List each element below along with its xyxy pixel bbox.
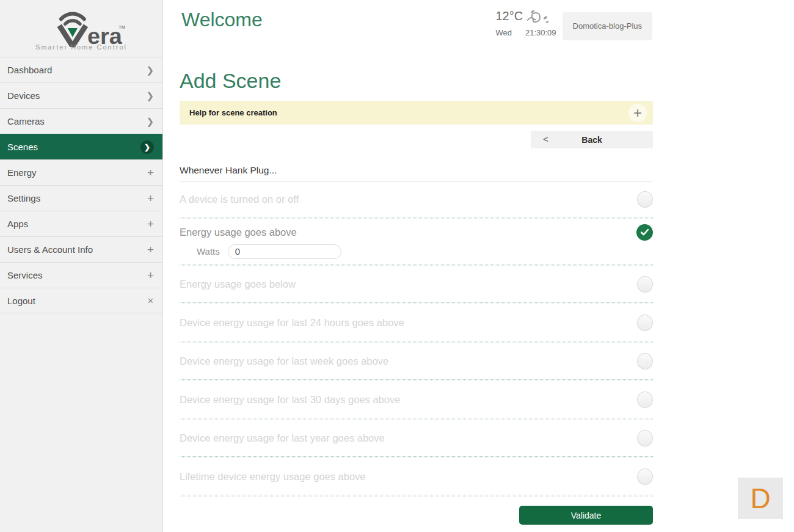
plus-icon: + — [147, 167, 154, 178]
sidebar-item-label: Dashboard — [7, 65, 52, 75]
sidebar-item-logout[interactable]: Logout✕ — [0, 288, 162, 313]
plus-icon: + — [147, 218, 154, 230]
sidebar-item-label: Devices — [7, 90, 40, 101]
radio-button[interactable] — [637, 353, 653, 370]
watermark-badge: D — [738, 478, 783, 519]
trigger-label: Device energy usage for last 24 hours go… — [180, 317, 404, 329]
welcome-title: Welcome — [181, 9, 263, 31]
sidebar-item-users-account-info[interactable]: Users & Account Info+ — [0, 236, 162, 262]
svg-text:TM: TM — [118, 24, 125, 30]
help-banner-label: Help for scene creation — [189, 108, 277, 117]
weather-block: 12°C Wed 21:30:09 — [495, 7, 556, 40]
vera-logo-icon: era TM — [23, 9, 139, 47]
help-expand-plus-icon[interactable]: + — [628, 104, 647, 122]
trigger-row[interactable]: Energy usage goes aboveWatts — [180, 219, 653, 264]
radio-button[interactable] — [637, 191, 653, 208]
close-icon: ✕ — [147, 297, 154, 305]
validate-button[interactable]: Validate — [519, 506, 653, 525]
chevron-right-icon: ❯ — [140, 140, 154, 154]
sidebar-item-label: Settings — [7, 193, 40, 203]
sidebar-item-cameras[interactable]: Cameras❯ — [0, 108, 162, 134]
day-label: Wed — [495, 28, 512, 37]
trigger-label: Device energy usage for last year goes a… — [180, 432, 385, 444]
status-block: 12°C Wed 21:30:09 Domotica-blog-Plus — [495, 7, 652, 40]
trigger-row[interactable]: Device energy usage for last 24 hours go… — [180, 304, 653, 341]
back-button[interactable]: < Back — [531, 131, 653, 148]
radio-button[interactable] — [637, 392, 653, 408]
sidebar-item-label: Cameras — [7, 116, 45, 126]
radio-button[interactable] — [637, 468, 653, 485]
sidebar-item-label: Apps — [7, 219, 28, 229]
trigger-header: Whenever Hank Plug... — [180, 165, 653, 182]
trigger-row[interactable]: Device energy usage for last week goes a… — [180, 343, 653, 379]
sidebar-item-scenes[interactable]: Scenes❯ — [0, 134, 162, 159]
row-divider — [180, 495, 653, 497]
plus-icon: + — [147, 269, 154, 281]
radio-button[interactable] — [637, 276, 653, 293]
sidebar-item-dashboard[interactable]: Dashboard❯ — [0, 57, 162, 82]
trigger-label: Device energy usage for last 30 days goe… — [180, 394, 400, 406]
watts-label: Watts — [197, 246, 220, 257]
sidebar-item-label: Energy — [7, 167, 37, 178]
chevron-left-icon: < — [543, 134, 548, 144]
trigger-row[interactable]: A device is turned on or off — [180, 182, 653, 217]
brand-logo: era TM Smarter Home Control — [0, 0, 162, 57]
sidebar: era TM Smarter Home Control Dashboard❯De… — [0, 0, 163, 532]
sidebar-menu: Dashboard❯Devices❯Cameras❯Scenes❯Energy+… — [0, 57, 162, 313]
page-title: Add Scene — [180, 69, 653, 93]
watts-input[interactable] — [228, 244, 341, 259]
trigger-label: Lifetime device energy usage goes above — [180, 471, 366, 483]
sidebar-item-label: Services — [7, 270, 43, 280]
topbar: Welcome 12°C Wed 21:30:09 Domotica- — [164, 0, 794, 56]
radio-button[interactable] — [637, 430, 653, 446]
chevron-right-icon: ❯ — [146, 91, 154, 100]
sidebar-item-settings[interactable]: Settings+ — [0, 185, 162, 211]
trigger-label: Energy usage goes below — [180, 279, 296, 290]
sidebar-item-energy[interactable]: Energy+ — [0, 159, 162, 185]
content: Add Scene Help for scene creation + < Ba… — [180, 69, 653, 525]
trigger-label: A device is turned on or off — [180, 194, 299, 205]
chevron-right-icon: ❯ — [146, 117, 154, 126]
clock-time: 21:30:09 — [525, 28, 556, 37]
trigger-row[interactable]: Device energy usage for last 30 days goe… — [180, 381, 653, 418]
sidebar-item-label: Logout — [7, 296, 35, 306]
sidebar-item-label: Users & Account Info — [7, 244, 93, 255]
main-area: Welcome 12°C Wed 21:30:09 Domotica- — [164, 0, 794, 532]
plus-icon: + — [147, 244, 154, 255]
radio-selected-check-icon[interactable] — [636, 224, 653, 241]
sidebar-item-devices[interactable]: Devices❯ — [0, 82, 162, 108]
radio-button[interactable] — [637, 315, 653, 331]
trigger-row[interactable]: Lifetime device energy usage goes above — [180, 458, 653, 495]
brand-tagline: Smarter Home Control — [35, 43, 127, 51]
plus-icon: + — [147, 192, 154, 204]
controller-selector[interactable]: Domotica-blog-Plus — [563, 12, 652, 40]
help-banner: Help for scene creation + — [180, 101, 653, 125]
sidebar-item-services[interactable]: Services+ — [0, 262, 162, 288]
trigger-row[interactable]: Energy usage goes below — [180, 266, 653, 302]
temperature-value: 12°C — [495, 9, 523, 23]
trigger-list: A device is turned on or offEnergy usage… — [180, 182, 653, 497]
back-button-label: Back — [581, 135, 602, 145]
sidebar-item-label: Scenes — [7, 142, 38, 152]
breeze-swirl-icon — [526, 7, 551, 24]
sidebar-item-apps[interactable]: Apps+ — [0, 211, 162, 236]
chevron-right-icon: ❯ — [146, 65, 154, 75]
trigger-row[interactable]: Device energy usage for last year goes a… — [180, 420, 653, 456]
trigger-label: Device energy usage for last week goes a… — [180, 355, 388, 367]
trigger-label: Energy usage goes above — [180, 227, 297, 238]
